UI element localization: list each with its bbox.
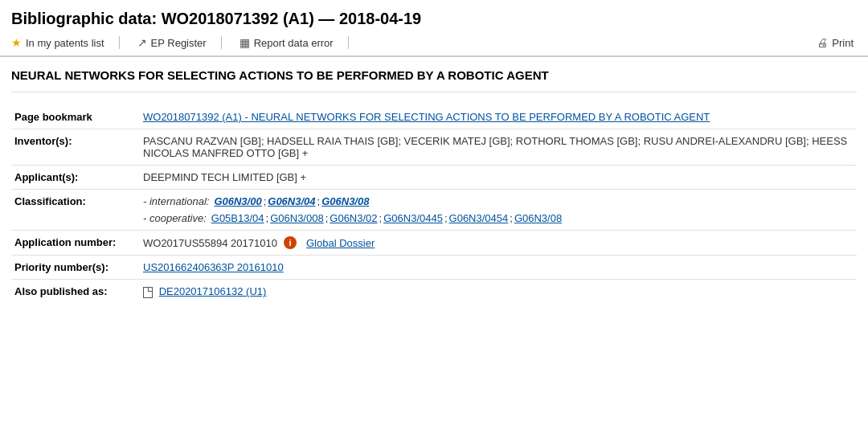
class-link-g06n3-08-coop[interactable]: G06N3/08 bbox=[514, 212, 562, 224]
page-bookmark-label: Page bookmark bbox=[11, 105, 140, 129]
info-icon: i bbox=[284, 236, 297, 249]
bib-row-also-published: Also published as: DE202017106132 (U1) bbox=[11, 280, 857, 304]
ep-register-label: EP Register bbox=[151, 37, 207, 49]
class-link-g06n3-008[interactable]: G06N3/008 bbox=[270, 212, 324, 224]
page-bookmark-value: WO2018071392 (A1) - NEURAL NETWORKS FOR … bbox=[140, 105, 857, 129]
class-link-g06n3-08-intl[interactable]: G06N3/08 bbox=[321, 195, 369, 207]
content-section: NEURAL NETWORKS FOR SELECTING ACTIONS TO… bbox=[0, 57, 868, 315]
ep-register-button[interactable]: ↗ EP Register bbox=[123, 36, 222, 49]
print-button[interactable]: 🖨 Print bbox=[817, 36, 854, 49]
class-link-g06n3-0454[interactable]: G06N3/0454 bbox=[449, 212, 509, 224]
app-number-value: WO2017US55894 20171010 i Global Dossier bbox=[140, 231, 857, 256]
page-bookmark-link[interactable]: WO2018071392 (A1) - NEURAL NETWORKS FOR … bbox=[143, 111, 710, 123]
my-patents-label: In my patents list bbox=[26, 37, 104, 49]
class-cooperative-label: - cooperative: bbox=[143, 212, 207, 224]
report-icon: ▦ bbox=[240, 36, 250, 49]
toolbar: ★ In my patents list ↗ EP Register ▦ Rep… bbox=[11, 36, 857, 55]
global-dossier-link[interactable]: Global Dossier bbox=[306, 237, 375, 249]
print-icon: 🖨 bbox=[817, 36, 828, 49]
bib-table: Page bookmark WO2018071392 (A1) - NEURAL… bbox=[11, 105, 857, 304]
applicants-label: Applicant(s): bbox=[11, 166, 140, 190]
class-international-label: - international: bbox=[143, 195, 209, 207]
class-international-row: - international: G06N3/00; G06N3/04; G06… bbox=[143, 195, 854, 207]
class-link-g06n3-0445[interactable]: G06N3/0445 bbox=[383, 212, 443, 224]
bib-row-bookmark: Page bookmark WO2018071392 (A1) - NEURAL… bbox=[11, 105, 857, 129]
app-number-label: Application number: bbox=[11, 231, 140, 256]
patent-title: NEURAL NETWORKS FOR SELECTING ACTIONS TO… bbox=[11, 68, 857, 92]
app-number-row: WO2017US55894 20171010 i Global Dossier bbox=[143, 236, 854, 249]
applicants-value: DEEPMIND TECH LIMITED [GB] + bbox=[140, 166, 857, 190]
priority-link[interactable]: US201662406363P 20161010 bbox=[143, 261, 284, 273]
bib-row-app-number: Application number: WO2017US55894 201710… bbox=[11, 231, 857, 256]
report-error-button[interactable]: ▦ Report data error bbox=[225, 36, 349, 49]
app-number-text: WO2017US55894 20171010 bbox=[143, 237, 277, 249]
classification-block: - international: G06N3/00; G06N3/04; G06… bbox=[143, 195, 854, 224]
inventors-value: PASCANU RAZVAN [GB]; HADSELL RAIA THAIS … bbox=[140, 129, 857, 166]
bib-row-priority: Priority number(s): US201662406363P 2016… bbox=[11, 256, 857, 280]
classification-label: Classification: bbox=[11, 190, 140, 231]
class-link-g06n3-04[interactable]: G06N3/04 bbox=[268, 195, 315, 207]
document-icon bbox=[143, 287, 153, 298]
priority-label: Priority number(s): bbox=[11, 256, 140, 280]
class-cooperative-row: - cooperative: G05B13/04; G06N3/008; G06… bbox=[143, 212, 854, 224]
inventors-label: Inventor(s): bbox=[11, 129, 140, 166]
class-international-links: G06N3/00; G06N3/04; G06N3/08 bbox=[214, 195, 369, 207]
header-section: Bibliographic data: WO2018071392 (A1) — … bbox=[0, 0, 868, 57]
bib-row-classification: Classification: - international: G06N3/0… bbox=[11, 190, 857, 231]
star-icon: ★ bbox=[11, 36, 22, 49]
also-published-link[interactable]: DE202017106132 (U1) bbox=[159, 285, 267, 297]
class-link-g06n3-00[interactable]: G06N3/00 bbox=[214, 195, 261, 207]
class-link-g05b13-04[interactable]: G05B13/04 bbox=[211, 212, 264, 224]
bib-row-inventors: Inventor(s): PASCANU RAZVAN [GB]; HADSEL… bbox=[11, 129, 857, 166]
also-published-label: Also published as: bbox=[11, 280, 140, 304]
classification-value: - international: G06N3/00; G06N3/04; G06… bbox=[140, 190, 857, 231]
page-title: Bibliographic data: WO2018071392 (A1) — … bbox=[11, 10, 857, 28]
report-error-label: Report data error bbox=[254, 37, 334, 49]
priority-value: US201662406363P 20161010 bbox=[140, 256, 857, 280]
class-cooperative-links: G05B13/04; G06N3/008; G06N3/02; G06N3/04… bbox=[211, 212, 562, 224]
my-patents-button[interactable]: ★ In my patents list bbox=[11, 36, 120, 49]
bib-row-applicants: Applicant(s): DEEPMIND TECH LIMITED [GB]… bbox=[11, 166, 857, 190]
also-published-value: DE202017106132 (U1) bbox=[140, 280, 857, 304]
print-label: Print bbox=[832, 37, 854, 49]
class-link-g06n3-02[interactable]: G06N3/02 bbox=[330, 212, 377, 224]
external-link-icon: ↗ bbox=[137, 36, 147, 49]
